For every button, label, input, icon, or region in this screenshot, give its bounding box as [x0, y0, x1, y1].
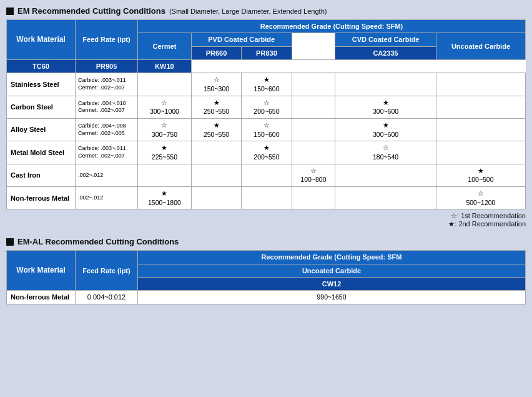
material-cell-2: Alloy Steel — [7, 118, 76, 141]
tc60-header: TC60 — [7, 59, 76, 73]
cermet-header: Cermet — [138, 33, 192, 60]
section1-main-title: EM Recommended Cutting Conditions — [17, 6, 165, 16]
pr905-cell-3 — [292, 141, 335, 164]
ca2335-cell-1: ★ 300~600 — [335, 96, 436, 118]
s2-rec-grade-header: Recommended Grade (Cutting Speed: SFM — [138, 251, 526, 264]
feed-cell-4: .002~.012 — [76, 164, 138, 186]
section2-table: Work Material Feed Rate (ipt) Recommende… — [6, 250, 526, 304]
material-cell-1: Carbon Steel — [7, 96, 76, 118]
kw10-cell-0 — [436, 73, 525, 96]
section2: EM-AL Recommended Cutting Conditions Wor… — [6, 237, 526, 304]
legend2: ★: 2nd Recommendation — [6, 220, 526, 228]
work-material-header: Work Material — [7, 20, 76, 60]
legend: ☆: 1st Recommendation ★: 2nd Recommendat… — [6, 212, 526, 228]
section1: EM Recommended Cutting Conditions (Small… — [6, 6, 526, 228]
legend1: ☆: 1st Recommendation — [6, 212, 526, 220]
ca2335-cell-3: ☆ 180~540 — [335, 141, 436, 164]
pr660-cell-5 — [191, 187, 241, 209]
s2-material-cell-0: Non-ferrous Metal — [7, 291, 76, 304]
ca2335-header: CA2335 — [335, 46, 436, 59]
material-cell-5: Non-ferrous Metal — [7, 187, 76, 209]
pr660-cell-2: ★ 250~550 — [191, 118, 241, 141]
title-square-icon — [6, 8, 14, 15]
ca2335-cell-2: ★ 300~600 — [335, 118, 436, 141]
material-cell-0: Stainless Steel — [7, 73, 76, 96]
section2-title: EM-AL Recommended Cutting Conditions — [6, 237, 526, 246]
feed-rate-header: Feed Rate (ipt) — [76, 20, 138, 60]
pr905-cell-4: ☆ 100~800 — [292, 164, 335, 186]
feed-cell-3: Carbide: .003~.011 Cermet: .002~.007 — [76, 141, 138, 164]
material-cell-4: Cast Iron — [7, 164, 76, 186]
rec-grade-header: Recommended Grade (Cutting Speed: SFM) — [138, 20, 526, 33]
uncoated-header: Uncoated Carbide — [436, 33, 525, 60]
pr660-cell-1: ★ 250~550 — [191, 96, 241, 118]
cvd-header: CVD Coated Carbide — [335, 33, 436, 46]
pr830-header: PR830 — [242, 46, 292, 59]
feed-cell-0: Carbide: .003~.011 Cermet: .002~.007 — [76, 73, 138, 96]
ca2335-cell-4 — [335, 164, 436, 186]
pr830-cell-5 — [242, 187, 292, 209]
section2-main-title: EM-AL Recommended Cutting Conditions — [17, 237, 179, 246]
pr830-cell-4 — [242, 164, 292, 186]
pr660-cell-4 — [191, 164, 241, 186]
title-square2-icon — [6, 238, 14, 246]
ca2335-cell-5 — [335, 187, 436, 209]
feed-cell-1: Carbide: .004~.010 Cermet: .002~.007 — [76, 96, 138, 118]
ca2335-cell-0 — [335, 73, 436, 96]
material-cell-3: Metal Mold Steel — [7, 141, 76, 164]
pr905-cell-2 — [292, 118, 335, 141]
tc60-cell-0 — [138, 73, 192, 96]
s2-cw12-cell-0: 990~1650 — [138, 291, 526, 304]
section1-subtitle: (Small Diameter, Large Diameter, Extende… — [169, 8, 327, 15]
kw10-cell-3 — [436, 141, 525, 164]
s2-cw12-header: CW12 — [138, 278, 526, 291]
tc60-cell-3: ★ 225~550 — [138, 141, 192, 164]
kw10-header: KW10 — [138, 59, 192, 73]
pr905-cell-5 — [292, 187, 335, 209]
s2-feed-cell-0: 0.004~0.012 — [76, 291, 138, 304]
pr660-cell-3 — [191, 141, 241, 164]
s2-work-material-header: Work Material — [7, 251, 76, 291]
pr830-cell-1: ☆ 200~650 — [242, 96, 292, 118]
pr660-cell-0: ☆ 150~300 — [191, 73, 241, 96]
pr830-cell-3: ★ 200~550 — [242, 141, 292, 164]
pvd-header: PVD Coated Carbide — [191, 33, 292, 46]
kw10-cell-1 — [436, 96, 525, 118]
kw10-cell-5: ☆ 500~1200 — [436, 187, 525, 209]
section1-table: Work Material Feed Rate (ipt) Recommende… — [6, 19, 526, 209]
feed-cell-2: Carbide: .004~.008 Cermet: .002~.005 — [76, 118, 138, 141]
kw10-cell-2 — [436, 118, 525, 141]
pr905-header: PR905 — [76, 59, 138, 73]
section1-title: EM Recommended Cutting Conditions (Small… — [6, 6, 526, 16]
tc60-cell-4 — [138, 164, 192, 186]
s2-feed-rate-header: Feed Rate (ipt) — [76, 251, 138, 291]
s2-uncoated-header: Uncoated Carbide — [138, 264, 526, 277]
pr660-header: PR660 — [191, 46, 241, 59]
tc60-cell-1: ☆ 300~1000 — [138, 96, 192, 118]
pr905-cell-1 — [292, 96, 335, 118]
pr830-cell-0: ★ 150~600 — [242, 73, 292, 96]
kw10-cell-4: ★ 100~500 — [436, 164, 525, 186]
feed-cell-5: .002~.012 — [76, 187, 138, 209]
pr905-cell-0 — [292, 73, 335, 96]
tc60-cell-5: ★ 1500~1800 — [138, 187, 192, 209]
pr830-cell-2: ☆ 150~600 — [242, 118, 292, 141]
tc60-cell-2: ☆ 300~750 — [138, 118, 192, 141]
